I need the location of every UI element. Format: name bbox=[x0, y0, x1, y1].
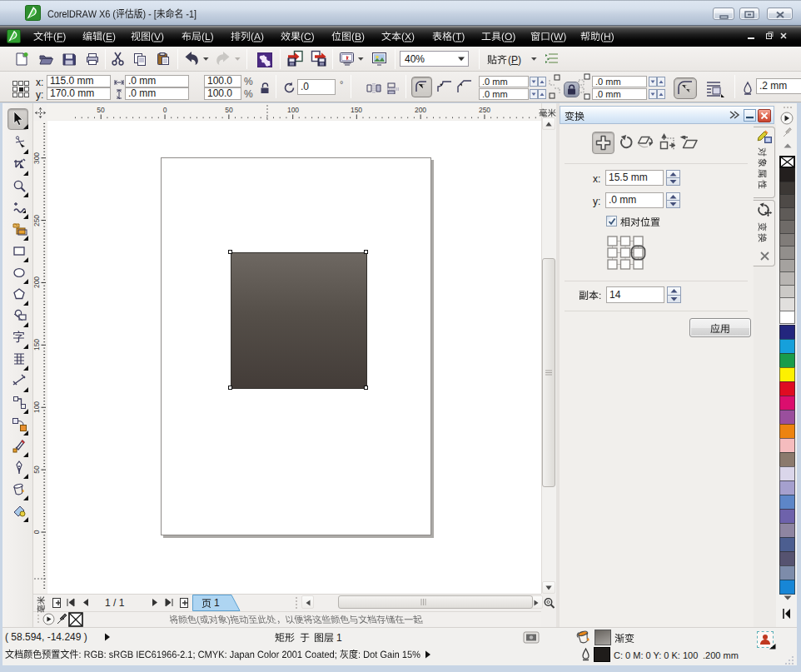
svg-text:50: 50 bbox=[33, 465, 41, 474]
svg-text:250: 250 bbox=[33, 215, 41, 226]
svg-text:150: 150 bbox=[351, 106, 362, 114]
svg-text:150: 150 bbox=[33, 339, 41, 351]
svg-text:0: 0 bbox=[163, 106, 167, 114]
svg-text:200: 200 bbox=[415, 106, 426, 114]
svg-text:50: 50 bbox=[225, 106, 233, 114]
svg-text:100: 100 bbox=[287, 106, 299, 114]
svg-text:250: 250 bbox=[479, 106, 490, 114]
svg-text:300: 300 bbox=[33, 152, 41, 164]
svg-text:200: 200 bbox=[33, 276, 41, 288]
svg-text:100: 100 bbox=[33, 401, 41, 413]
svg-text:50: 50 bbox=[97, 106, 105, 114]
svg-text:0: 0 bbox=[33, 530, 41, 534]
